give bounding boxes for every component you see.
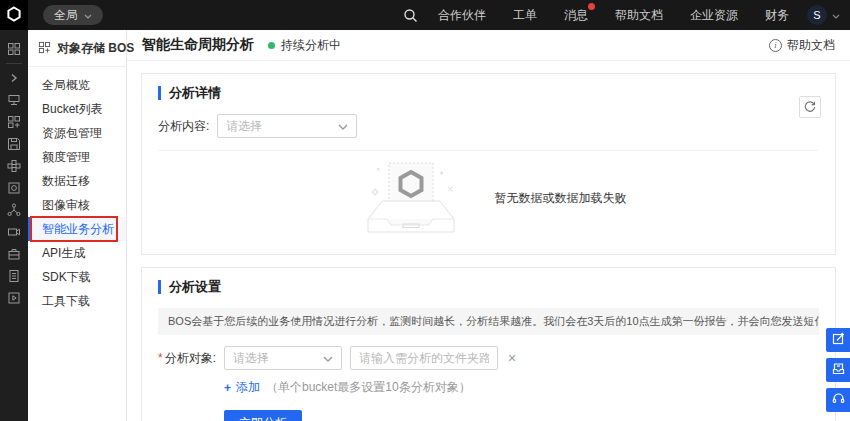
empty-state: 暂无数据或数据加载失败 [158, 150, 819, 242]
nav-help-docs[interactable]: 帮助文档 [615, 7, 663, 24]
sidebar-title: 对象存储 BOS [28, 30, 126, 66]
status-text: 持续分析中 [281, 37, 341, 54]
hexagon-logo-icon [6, 6, 22, 25]
empty-state-text: 暂无数据或数据加载失败 [495, 190, 627, 207]
document-icon[interactable] [0, 265, 28, 287]
image-review-icon[interactable] [0, 177, 28, 199]
empty-box-illustration [351, 159, 469, 238]
analyze-now-button[interactable]: 立即分析 [224, 410, 302, 421]
analysis-content-select[interactable]: 请选择 [217, 114, 357, 138]
chevron-down-icon [338, 119, 348, 133]
rail-divider [6, 63, 22, 64]
required-mark: * [158, 351, 163, 365]
product-icon-rail [0, 30, 28, 421]
avatar[interactable]: S [807, 5, 827, 25]
section-accent-bar [158, 280, 161, 294]
smart-analysis-nodes-icon[interactable] [0, 199, 28, 221]
top-bar: 全局 合作伙伴 工单 消息 帮助文档 企业资源 财务 S [0, 0, 850, 30]
sidebar: 对象存储 BOS 全局概览 Bucket列表 资源包管理 额度管理 数据迁移 图… [28, 30, 127, 421]
chevron-down-icon [84, 8, 92, 22]
section-title-settings: 分析设置 [158, 278, 819, 296]
floating-action-buttons [826, 328, 850, 412]
sidebar-item-sdk-download[interactable]: SDK下载 [28, 265, 126, 289]
page-header: 智能生命周期分析 持续分析中 i 帮助文档 [127, 30, 850, 61]
collapse-chevron-icon[interactable] [0, 67, 28, 89]
pencil-square-icon [832, 332, 845, 348]
target-field-label: *分析对象: [158, 350, 216, 367]
nav-tickets[interactable]: 工单 [513, 7, 537, 24]
bos-grid-icon [38, 41, 51, 57]
page-content: 分析详情 分析内容: 请选择 [127, 61, 850, 421]
chevron-down-icon [323, 351, 333, 365]
analysis-detail-card: 分析详情 分析内容: 请选择 [141, 73, 836, 255]
add-target-hint: （单个bucket最多设置10条分析对象） [266, 379, 471, 396]
topbar-nav: 合作伙伴 工单 消息 帮助文档 企业资源 财务 [438, 7, 789, 24]
sidebar-item-global-overview[interactable]: 全局概览 [28, 73, 126, 97]
main-panel: 智能生命周期分析 持续分析中 i 帮助文档 [127, 30, 850, 421]
media-play-icon[interactable] [0, 287, 28, 309]
save-disk-icon[interactable] [0, 133, 28, 155]
sidebar-item-smart-analysis[interactable]: 智能业务分析 [28, 217, 126, 241]
folder-path-input[interactable] [350, 346, 498, 370]
refresh-button[interactable] [799, 96, 821, 118]
app-window: 全局 合作伙伴 工单 消息 帮助文档 企业资源 财务 S [0, 0, 850, 421]
brand-logo[interactable] [0, 0, 28, 30]
nav-finance[interactable]: 财务 [765, 7, 789, 24]
content-field-label: 分析内容: [158, 118, 209, 135]
storage-product-icon[interactable] [0, 111, 28, 133]
support-button[interactable] [826, 388, 850, 412]
message-badge-dot [588, 3, 595, 10]
sidebar-item-quota[interactable]: 额度管理 [28, 145, 126, 169]
add-target-link[interactable]: 添加 [236, 379, 260, 396]
products-grid-icon[interactable] [0, 38, 28, 60]
analysis-settings-card: 分析设置 BOS会基于您后续的业务使用情况进行分析，监测时间越长，分析结果越准。… [141, 267, 836, 421]
section-title-detail: 分析详情 [158, 84, 819, 102]
section-accent-bar [158, 86, 161, 100]
info-icon: i [769, 39, 782, 52]
network-product-icon[interactable] [0, 89, 28, 111]
page-title: 智能生命周期分析 [142, 36, 254, 54]
video-camera-icon[interactable] [0, 221, 28, 243]
inbox-button[interactable] [826, 358, 850, 382]
sidebar-item-image-review[interactable]: 图像审核 [28, 193, 126, 217]
region-selector[interactable]: 全局 [43, 5, 103, 25]
analysis-target-select[interactable]: 请选择 [224, 346, 342, 370]
status-green-dot [268, 42, 275, 49]
inbox-archive-icon [832, 362, 845, 378]
avatar-chevron-down-icon[interactable] [832, 8, 840, 22]
headset-icon [832, 392, 845, 408]
search-icon[interactable] [403, 8, 418, 23]
sidebar-item-api-generate[interactable]: API生成 [28, 241, 126, 265]
nav-partners[interactable]: 合作伙伴 [438, 7, 486, 24]
sidebar-divider [28, 66, 126, 67]
feedback-edit-button[interactable] [826, 328, 850, 352]
remove-row-icon[interactable]: × [506, 350, 518, 366]
command-icon[interactable] [0, 155, 28, 177]
sidebar-item-data-migration[interactable]: 数据迁移 [28, 169, 126, 193]
region-label: 全局 [54, 7, 78, 24]
plus-icon: + [224, 381, 231, 395]
nav-messages[interactable]: 消息 [564, 7, 588, 24]
sidebar-item-tool-download[interactable]: 工具下载 [28, 289, 126, 313]
sidebar-item-bucket-list[interactable]: Bucket列表 [28, 97, 126, 121]
help-doc-link[interactable]: i 帮助文档 [769, 37, 835, 54]
nav-enterprise-resources[interactable]: 企业资源 [690, 7, 738, 24]
sidebar-item-resource-package[interactable]: 资源包管理 [28, 121, 126, 145]
add-target-row: + 添加 （单个bucket最多设置10条分析对象） [224, 379, 819, 396]
briefcase-icon[interactable] [0, 243, 28, 265]
settings-note: BOS会基于您后续的业务使用情况进行分析，监测时间越长，分析结果越准。我们会在3… [158, 308, 819, 335]
